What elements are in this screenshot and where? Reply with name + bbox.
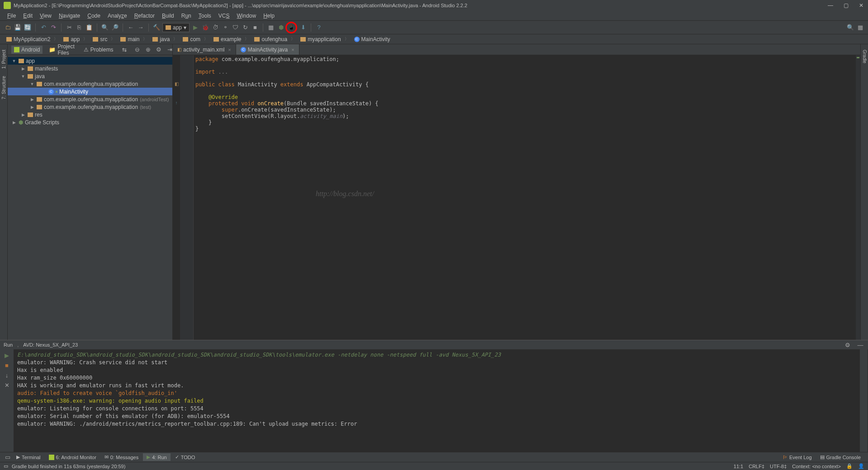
tab-project-files[interactable]: 📁Project Files <box>46 42 77 57</box>
structure-tool-button[interactable]: 7: Structure <box>1 74 6 101</box>
tree-gradle-scripts[interactable]: ▶⬢Gradle Scripts <box>8 118 172 126</box>
panel-settings-icon[interactable]: ⚙ <box>844 341 852 349</box>
status-icon[interactable]: ▭ <box>4 463 8 469</box>
menu-run[interactable]: Run <box>178 12 195 20</box>
save-icon[interactable]: 💾 <box>14 24 22 32</box>
tree-mainactivity[interactable]: CaMainActivity <box>8 88 172 95</box>
menu-tools[interactable]: Tools <box>195 12 215 20</box>
tab-event-log[interactable]: 🏳Event Log <box>779 454 816 461</box>
menu-build[interactable]: Build <box>158 12 178 20</box>
menu-view[interactable]: View <box>36 12 55 20</box>
tab-messages[interactable]: ✉0: Messages <box>101 453 142 461</box>
tree-manifests[interactable]: ▶manifests <box>8 65 172 72</box>
crumb-main[interactable]: main <box>118 36 150 42</box>
make-icon[interactable]: 🔨 <box>152 24 161 32</box>
cut-icon[interactable]: ✂ <box>65 24 73 32</box>
encoding[interactable]: UTF-8‡ <box>770 464 787 469</box>
tree-pkg-androidtest[interactable]: ▶com.example.oufenghua.myapplication(and… <box>8 95 172 103</box>
overview-ruler[interactable] <box>856 55 860 340</box>
avd-manager-icon[interactable]: 📱 <box>287 24 295 32</box>
editor-tab-xml[interactable]: ◧activity_main.xml× <box>173 44 236 55</box>
menu-file[interactable]: File <box>4 12 19 20</box>
menu-vcs[interactable]: VCS <box>215 12 233 20</box>
console-output[interactable]: E:\android_studio_SDK\android_studio_SDK… <box>14 349 860 452</box>
lock-icon[interactable]: 🔒 <box>846 463 853 469</box>
settings-icon[interactable]: ⚙ <box>155 46 163 54</box>
layout-icon[interactable]: ▦ <box>267 24 275 32</box>
tree-res[interactable]: ▶res <box>8 111 172 118</box>
crumb-com[interactable]: com <box>180 36 211 42</box>
hide-bottom-icon[interactable]: ▭ <box>4 453 12 461</box>
close-button[interactable]: ✕ <box>858 2 864 9</box>
tab-terminal[interactable]: ▶Terminal <box>13 453 44 461</box>
debug-icon[interactable]: 🐞 <box>201 24 209 32</box>
crumb-app[interactable]: app <box>61 36 90 42</box>
minimize-button[interactable]: — <box>827 2 834 9</box>
code-editor[interactable]: package com.example.oufenghua.myapplicat… <box>194 55 856 340</box>
capture-icon[interactable]: ⬢ <box>277 24 285 32</box>
crumb-java[interactable]: java <box>150 36 180 42</box>
line-separator[interactable]: CRLF‡ <box>749 464 764 469</box>
tab-run[interactable]: ▶4: Run <box>143 453 170 461</box>
tree-pkg-main[interactable]: ▼com.example.oufenghua.myapplication <box>8 80 172 88</box>
related-file-icon[interactable]: ◧ <box>173 81 180 88</box>
menu-help[interactable]: Help <box>260 12 278 20</box>
stop-icon[interactable]: ■ <box>3 361 11 369</box>
tab-android[interactable]: Android <box>11 46 43 54</box>
hide-icon[interactable]: ⇥ <box>166 46 174 54</box>
coverage-icon[interactable]: 🛡 <box>231 24 239 32</box>
crumb-example[interactable]: example <box>211 36 251 42</box>
crumb-project[interactable]: MyApplication2 <box>4 36 61 42</box>
editor-tab-java[interactable]: CMainActivity.java× <box>236 44 299 55</box>
attach-icon[interactable]: ⚬ <box>221 24 229 32</box>
redo-icon[interactable]: ↷ <box>49 24 57 32</box>
tab-problems[interactable]: ⚠Problems <box>81 46 116 54</box>
tab-android-monitor[interactable]: 6: Android Monitor <box>45 454 100 461</box>
panel-hide-icon[interactable]: — <box>856 341 864 349</box>
override-icon[interactable]: ↑ <box>173 100 180 107</box>
editor-content[interactable]: ◧ ↑ package com.example.oufenghua.myappl… <box>173 55 860 340</box>
crumb-oufenghua[interactable]: oufenghua <box>251 36 298 42</box>
tab-more[interactable]: ⇆ <box>119 46 129 54</box>
find-icon[interactable]: 🔍 <box>101 24 109 32</box>
tree-app[interactable]: ▼app <box>8 57 172 65</box>
replace-icon[interactable]: 🔎 <box>111 24 119 32</box>
paste-icon[interactable]: 📋 <box>85 24 93 32</box>
rerun-icon[interactable]: ↻ <box>241 24 249 32</box>
run-icon[interactable]: ▶ <box>191 24 199 32</box>
crumb-mainactivity[interactable]: CMainActivity <box>351 36 397 42</box>
tree-java[interactable]: ▼java <box>8 72 172 80</box>
hector-icon[interactable]: 👤 <box>858 463 864 469</box>
menu-edit[interactable]: Edit <box>19 12 36 20</box>
menu-code[interactable]: Code <box>84 12 104 20</box>
close-tab-icon[interactable]: × <box>228 47 231 52</box>
down-icon[interactable]: ↓ <box>3 371 11 379</box>
open-icon[interactable]: 🗀 <box>4 24 12 32</box>
back-icon[interactable]: ← <box>127 24 135 32</box>
menu-refactor[interactable]: Refactor <box>131 12 158 20</box>
tab-todo[interactable]: ✓TODO <box>171 453 199 461</box>
crumb-myapplication[interactable]: myapplication <box>298 36 351 42</box>
stop-icon[interactable]: ■ <box>251 24 259 32</box>
menu-analyze[interactable]: Analyze <box>104 12 131 20</box>
maximize-button[interactable]: ▢ <box>843 2 849 9</box>
undo-icon[interactable]: ↶ <box>39 24 47 32</box>
menu-navigate[interactable]: Navigate <box>55 12 84 20</box>
tab-gradle-console[interactable]: ▤Gradle Console <box>816 453 864 461</box>
gradle-tool-button[interactable]: Gradle <box>862 48 867 65</box>
locate-icon[interactable]: ⊕ <box>144 46 152 54</box>
menu-window[interactable]: Window <box>233 12 260 20</box>
tree-pkg-test[interactable]: ▶com.example.oufenghua.myapplication(tes… <box>8 103 172 111</box>
crumb-src[interactable]: src <box>90 36 118 42</box>
collapse-icon[interactable]: ⊖ <box>133 46 141 54</box>
copy-icon[interactable]: ⎘ <box>75 24 83 32</box>
help-icon[interactable]: ? <box>315 24 323 32</box>
run-configuration[interactable]: app ▾ <box>162 23 190 32</box>
caret-position[interactable]: 11:1 <box>734 464 743 469</box>
forward-icon[interactable]: → <box>137 24 145 32</box>
close-icon[interactable]: ✕ <box>3 381 11 389</box>
project-tool-button[interactable]: 1: Project <box>1 48 6 70</box>
context[interactable]: Context: <no context> <box>792 464 841 469</box>
profile-icon[interactable]: ⏱ <box>211 24 219 32</box>
sync-icon[interactable]: 🔄 <box>24 24 32 32</box>
